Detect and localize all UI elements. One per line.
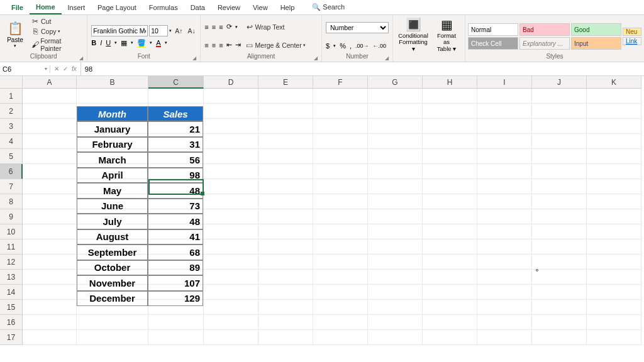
cell[interactable]: [423, 255, 477, 270]
cell[interactable]: [587, 194, 641, 209]
row-header[interactable]: 3: [0, 119, 23, 134]
cell-sales[interactable]: 56: [148, 152, 203, 168]
cell[interactable]: [313, 119, 368, 134]
cell[interactable]: [258, 285, 313, 300]
cell[interactable]: [313, 315, 368, 330]
row-header[interactable]: 16: [0, 315, 23, 330]
cell[interactable]: [258, 149, 313, 164]
col-header-A[interactable]: A: [23, 76, 77, 89]
cell[interactable]: [423, 194, 477, 209]
cell[interactable]: [204, 285, 258, 300]
bold-button[interactable]: B: [91, 39, 96, 47]
col-header-D[interactable]: D: [204, 76, 258, 89]
cell[interactable]: [477, 224, 532, 239]
cell[interactable]: [587, 149, 641, 164]
cell-month[interactable]: February: [77, 137, 148, 153]
cell-month[interactable]: September: [77, 244, 148, 260]
cell[interactable]: [423, 164, 477, 179]
cell[interactable]: [532, 179, 587, 194]
cell[interactable]: [368, 149, 423, 164]
cell-sales[interactable]: 98: [148, 168, 203, 184]
cell[interactable]: [204, 179, 258, 194]
cell[interactable]: [368, 239, 423, 255]
cell[interactable]: [477, 239, 532, 255]
cell[interactable]: [477, 209, 532, 224]
cell[interactable]: [423, 300, 477, 315]
cell[interactable]: [313, 89, 368, 104]
cell[interactable]: [477, 270, 532, 285]
cell[interactable]: [258, 300, 313, 315]
cell[interactable]: [313, 224, 368, 239]
tab-insert[interactable]: Insert: [62, 1, 92, 14]
cell[interactable]: [313, 285, 368, 300]
cell-sales[interactable]: 31: [148, 137, 203, 153]
cell[interactable]: [23, 209, 77, 224]
cell[interactable]: [423, 179, 477, 194]
cell-sales[interactable]: 68: [148, 244, 203, 260]
cell[interactable]: [532, 119, 587, 134]
decrease-decimal-button[interactable]: ←.00: [372, 43, 386, 49]
cell[interactable]: [313, 194, 368, 209]
align-right-button[interactable]: ≡: [219, 41, 223, 49]
header-sales[interactable]: Sales: [148, 106, 203, 121]
row-header[interactable]: 5: [0, 149, 23, 164]
cell[interactable]: [587, 239, 641, 255]
cell[interactable]: [258, 224, 313, 239]
cell[interactable]: [313, 270, 368, 285]
cell[interactable]: [477, 330, 532, 345]
cell[interactable]: [368, 179, 423, 194]
cell[interactable]: [204, 255, 258, 270]
cell[interactable]: [477, 179, 532, 194]
cell[interactable]: [423, 134, 477, 149]
cell[interactable]: [204, 89, 258, 104]
copy-button[interactable]: ⎘Copy▾: [29, 26, 83, 36]
cut-button[interactable]: ✂Cut: [29, 16, 83, 26]
cell[interactable]: [204, 104, 258, 119]
tab-file[interactable]: File: [5, 1, 30, 14]
col-header-H[interactable]: H: [423, 76, 477, 89]
cell[interactable]: [77, 330, 148, 345]
cell-sales[interactable]: 107: [148, 275, 203, 291]
style-check-cell[interactable]: Check Cell: [468, 37, 518, 50]
row-header[interactable]: 6: [0, 164, 23, 179]
fill-color-button[interactable]: 🪣: [137, 39, 146, 47]
cell-month[interactable]: July: [77, 214, 148, 229]
cell[interactable]: [23, 194, 77, 209]
cell[interactable]: [477, 134, 532, 149]
style-normal[interactable]: Normal: [468, 23, 518, 36]
cell[interactable]: [368, 255, 423, 270]
col-header-B[interactable]: B: [77, 76, 148, 89]
cell-month[interactable]: October: [77, 260, 148, 276]
cell-sales[interactable]: 89: [148, 260, 203, 276]
cell[interactable]: [587, 330, 641, 345]
cell[interactable]: [23, 270, 77, 285]
cell[interactable]: [423, 285, 477, 300]
cell[interactable]: [587, 89, 641, 104]
decrease-font-button[interactable]: A↓: [186, 26, 197, 35]
style-good[interactable]: Good: [571, 23, 621, 36]
align-middle-button[interactable]: ≡: [212, 23, 216, 31]
row-header[interactable]: 13: [0, 270, 23, 285]
cell[interactable]: [23, 330, 77, 345]
header-month[interactable]: Month: [77, 106, 148, 121]
cell[interactable]: [204, 149, 258, 164]
cell-month[interactable]: November: [77, 275, 148, 291]
border-button[interactable]: ▦: [121, 39, 127, 47]
cell[interactable]: [477, 285, 532, 300]
orientation-button[interactable]: ⟳: [226, 23, 232, 31]
row-header[interactable]: 2: [0, 104, 23, 119]
cell[interactable]: [532, 164, 587, 179]
cell[interactable]: [204, 194, 258, 209]
cell[interactable]: [532, 239, 587, 255]
cell-sales[interactable]: 41: [148, 229, 203, 245]
cell[interactable]: [368, 119, 423, 134]
decrease-indent-button[interactable]: ⇤: [226, 41, 232, 49]
currency-button[interactable]: $: [326, 42, 330, 50]
cell[interactable]: [532, 330, 587, 345]
tab-help[interactable]: Help: [274, 1, 301, 14]
col-header-K[interactable]: K: [587, 76, 641, 89]
search-button[interactable]: 🔍 Search: [301, 1, 351, 14]
cell[interactable]: [23, 239, 77, 255]
row-header[interactable]: 17: [0, 330, 23, 345]
cell[interactable]: [258, 119, 313, 134]
